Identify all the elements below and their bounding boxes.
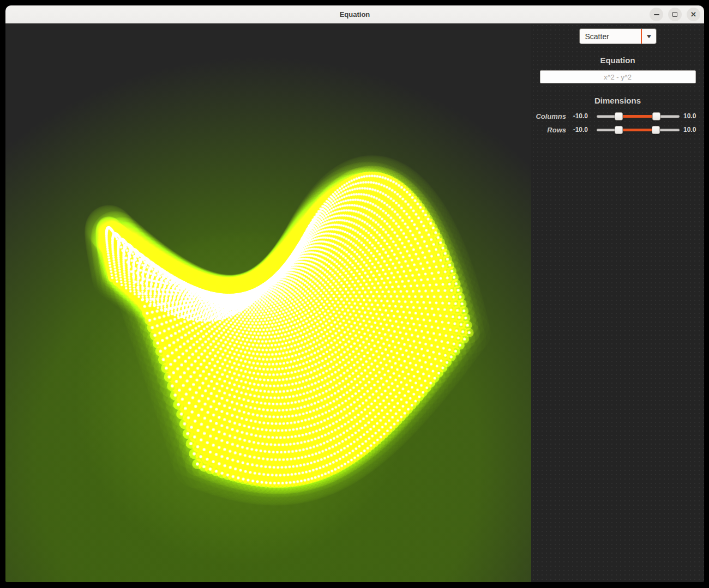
rows-label: Rows bbox=[533, 126, 566, 134]
rows-max-value: 10.0 bbox=[683, 126, 701, 134]
window-content: Scatter ▼ Equation Dimensions Columns -1… bbox=[5, 23, 704, 582]
plot-viewport bbox=[5, 23, 531, 582]
columns-slider-handle-low[interactable] bbox=[615, 112, 623, 120]
rows-slider-handle-low[interactable] bbox=[615, 126, 623, 134]
minimize-button[interactable] bbox=[650, 8, 663, 21]
columns-slider-handle-high[interactable] bbox=[652, 112, 660, 120]
plot-type-dropdown[interactable]: Scatter ▼ bbox=[579, 28, 657, 44]
rows-range-slider[interactable] bbox=[597, 125, 680, 134]
dimensions-heading: Dimensions bbox=[531, 96, 704, 105]
maximize-button[interactable] bbox=[668, 8, 682, 21]
maximize-icon bbox=[672, 12, 677, 17]
titlebar[interactable]: Equation ✕ bbox=[5, 5, 704, 23]
window-title: Equation bbox=[5, 10, 704, 19]
columns-slider-fill bbox=[618, 115, 656, 118]
dropdown-arrow-zone: ▼ bbox=[641, 29, 656, 44]
window-controls: ✕ bbox=[650, 5, 700, 23]
chevron-down-icon: ▼ bbox=[645, 33, 652, 39]
close-icon: ✕ bbox=[690, 11, 696, 18]
equation-input[interactable] bbox=[540, 70, 696, 83]
columns-max-value: 10.0 bbox=[683, 112, 701, 120]
rows-slider-fill bbox=[618, 129, 656, 131]
rows-min-value: -10.0 bbox=[569, 126, 588, 134]
app-window: Equation ✕ Scatter ▼ Equation bbox=[5, 5, 704, 582]
rows-slider-row: Rows -10.0 10.0 bbox=[533, 125, 701, 134]
columns-min-value: -10.0 bbox=[569, 112, 588, 120]
minimize-icon bbox=[654, 14, 659, 15]
close-button[interactable]: ✕ bbox=[687, 8, 700, 21]
columns-label: Columns bbox=[533, 112, 566, 120]
plot-type-value: Scatter bbox=[580, 32, 641, 41]
columns-slider-row: Columns -10.0 10.0 bbox=[533, 112, 701, 120]
columns-range-slider[interactable] bbox=[597, 112, 680, 120]
equation-3d-plot[interactable] bbox=[5, 23, 531, 582]
equation-heading: Equation bbox=[531, 56, 704, 65]
rows-slider-handle-high[interactable] bbox=[652, 126, 660, 134]
settings-panel: Scatter ▼ Equation Dimensions Columns -1… bbox=[531, 23, 704, 582]
